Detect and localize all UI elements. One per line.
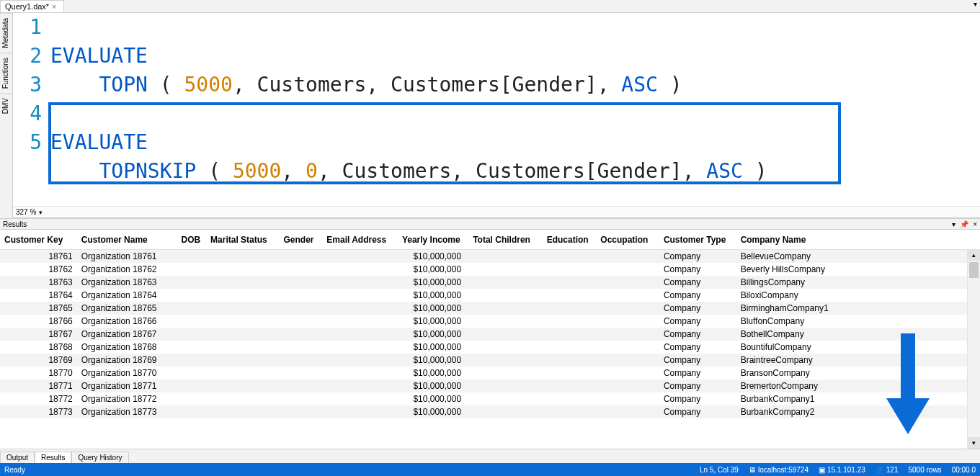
cell-occupation [596,380,659,392]
table-row[interactable]: 18762Organization 18762$10,000,000Compan… [0,263,967,276]
cell-yearly-income: $10,000,000 [398,250,468,264]
cell-company-name: BothellCompany [736,328,967,341]
zoom-level[interactable]: 327 % [16,208,36,216]
table-ref: Customers [257,73,367,96]
tab-output[interactable]: Output [0,452,35,463]
sidetab-metadata[interactable]: Metadata [0,13,12,53]
table-row[interactable]: 18768Organization 18768$10,000,000Compan… [0,341,967,354]
cell-customer-type: Company [659,276,736,289]
cell-customer-key: 18773 [0,405,77,418]
col-company-name[interactable]: Company Name [736,230,967,250]
tab-query-history[interactable]: Query History [71,452,128,463]
cell-education [543,302,597,315]
cell-total-children [468,263,542,276]
sidetab-functions[interactable]: Functions [0,53,12,93]
table-row[interactable]: 18773Organization 18773$10,000,000Compan… [0,405,967,418]
table-row[interactable]: 18770Organization 18770$10,000,000Compan… [0,367,967,380]
number: 0 [306,159,318,183]
cell-company-name: BurbankCompany2 [736,405,967,418]
number: 5000 [233,159,281,183]
file-tab[interactable]: Query1.dax* × [0,0,64,12]
server-icon: 🖥 [749,466,756,474]
cell-customer-key: 18766 [0,315,77,328]
table-row[interactable]: 18761Organization 18761$10,000,000Compan… [0,250,967,264]
cell-dob [177,354,207,367]
cell-customer-key: 18769 [0,354,77,367]
cell-customer-type: Company [659,250,736,264]
cell-marital-status [206,380,279,392]
cell-dob [177,392,207,405]
panel-dropdown-icon[interactable]: ▾ [952,220,956,228]
cell-customer-key: 18770 [0,367,77,380]
cell-occupation [596,367,659,380]
col-yearly-income[interactable]: Yearly Income [398,230,468,250]
table-row[interactable]: 18772Organization 18772$10,000,000Compan… [0,392,967,405]
vertical-scrollbar[interactable]: ▴ ▾ [967,249,980,449]
col-customer-name[interactable]: Customer Name [77,230,177,250]
scroll-down-icon[interactable]: ▾ [968,437,980,449]
cell-education [543,341,597,354]
status-bar: Ready Ln 5, Col 39 🖥localhost:59724 ▣15.… [0,463,980,476]
cell-gender [280,289,323,302]
cell-total-children [468,405,542,418]
cell-occupation [596,315,659,328]
table-row[interactable]: 18767Organization 18767$10,000,000Compan… [0,328,967,341]
cell-email [322,302,398,315]
col-occupation[interactable]: Occupation [596,230,659,250]
cell-occupation [596,263,659,276]
cell-customer-name: Organization 18773 [77,405,177,418]
results-panel-title: Results [3,220,27,228]
line-number: 3 [13,71,42,99]
col-customer-key[interactable]: Customer Key [0,230,77,250]
cell-gender [280,328,323,341]
cell-education [543,367,597,380]
scrollbar-thumb[interactable] [969,262,979,278]
cell-customer-name: Organization 18762 [77,263,177,276]
cell-education [543,263,597,276]
cell-dob [177,315,207,328]
panel-close-icon[interactable]: × [973,220,977,228]
cell-customer-key: 18763 [0,276,77,289]
cell-education [543,289,597,302]
cell-total-children [468,289,542,302]
cell-dob [177,289,207,302]
col-email[interactable]: Email Address [322,230,398,250]
cell-customer-key: 18767 [0,328,77,341]
table-ref: Customers [342,159,452,183]
table-row[interactable]: 18765Organization 18765$10,000,000Compan… [0,302,967,315]
cell-dob [177,302,207,315]
col-education[interactable]: Education [543,230,597,250]
document-tabstrip: Query1.dax* × ▾ [0,0,980,13]
status-server: localhost:59724 [758,466,808,474]
table-row[interactable]: 18764Organization 18764$10,000,000Compan… [0,289,967,302]
code-area[interactable]: EVALUATE TOPN ( 5000, Customers, Custome… [48,13,980,206]
scroll-up-icon[interactable]: ▴ [968,249,980,261]
cell-occupation [596,328,659,341]
col-marital-status[interactable]: Marital Status [206,230,279,250]
cell-education [543,276,597,289]
tab-results[interactable]: Results [35,452,71,463]
table-row[interactable]: 18763Organization 18763$10,000,000Compan… [0,276,967,289]
cell-marital-status [206,392,279,405]
cell-customer-name: Organization 18761 [77,250,177,264]
col-total-children[interactable]: Total Children [468,230,542,250]
col-gender[interactable]: Gender [280,230,323,250]
zoom-dropdown-icon[interactable]: ▾ [39,209,43,216]
tabs-dropdown-icon[interactable]: ▾ [974,0,977,8]
col-customer-type[interactable]: Customer Type [659,230,736,250]
col-dob[interactable]: DOB [177,230,207,250]
cell-email [322,380,398,392]
sidetab-dmv[interactable]: DMV [0,93,12,118]
code-editor[interactable]: 1 2 3 4 5 EVALUATE TOPN ( 5000, Customer… [13,13,980,206]
cell-gender [280,315,323,328]
cell-marital-status [206,328,279,341]
table-row[interactable]: 18769Organization 18769$10,000,000Compan… [0,354,967,367]
cell-customer-name: Organization 18763 [77,276,177,289]
table-row[interactable]: 18766Organization 18766$10,000,000Compan… [0,315,967,328]
close-icon[interactable]: × [52,3,56,11]
panel-pin-icon[interactable]: 📌 [960,220,968,228]
table-row[interactable]: 18771Organization 18771$10,000,000Compan… [0,380,967,392]
cell-total-children [468,250,542,264]
cell-dob [177,341,207,354]
cell-customer-key: 18764 [0,289,77,302]
